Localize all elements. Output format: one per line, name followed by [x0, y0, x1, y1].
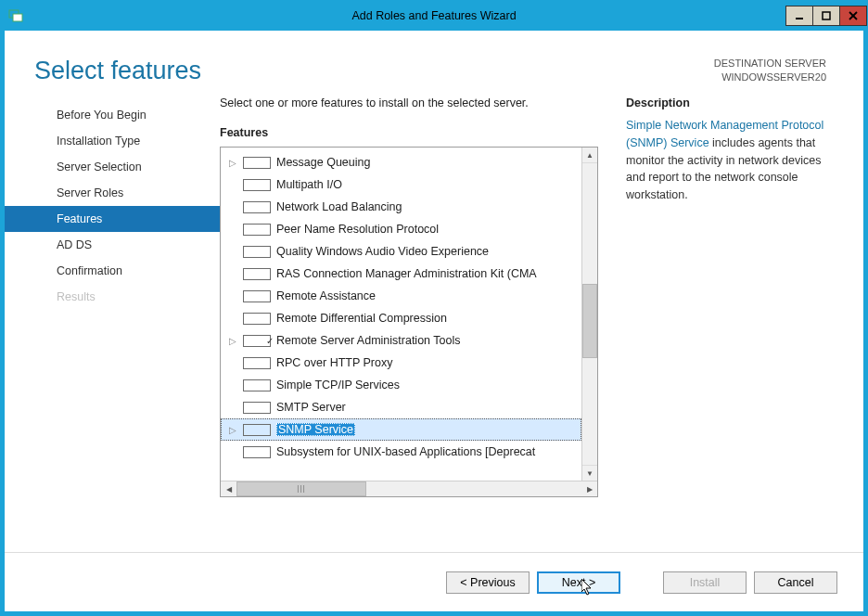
feature-checkbox[interactable]	[243, 313, 271, 325]
feature-label: Remote Differential Compression	[276, 312, 447, 325]
destination-name: WINDOWSSERVER20	[714, 71, 826, 84]
feature-checkbox[interactable]	[243, 157, 271, 169]
step-ad-ds[interactable]: AD DS	[5, 232, 220, 258]
feature-row[interactable]: ▷✓Remote Server Administration Tools	[221, 329, 581, 352]
wizard-steps: Before You Begin Installation Type Serve…	[5, 96, 220, 552]
expander-icon[interactable]: ▷	[226, 425, 239, 435]
feature-row[interactable]: ▷Message Queuing	[221, 151, 581, 173]
feature-label: Simple TCP/IP Services	[276, 379, 400, 391]
feature-checkbox[interactable]	[243, 201, 271, 213]
close-button[interactable]	[839, 6, 867, 26]
feature-label: Network Load Balancing	[276, 200, 402, 213]
scroll-track[interactable]	[582, 163, 597, 465]
expander-icon[interactable]: ▷	[226, 158, 239, 168]
feature-row[interactable]: Network Load Balancing	[221, 196, 581, 218]
description-column: Description Simple Network Management Pr…	[626, 96, 830, 552]
features-items: ▷Message QueuingMultipath I/ONetwork Loa…	[221, 148, 581, 481]
feature-label: Peer Name Resolution Protocol	[276, 223, 439, 236]
destination-server: DESTINATION SERVER WINDOWSSERVER20	[714, 57, 826, 84]
maximize-button[interactable]	[812, 6, 840, 26]
step-results: Results	[5, 284, 220, 310]
feature-row[interactable]: Remote Differential Compression	[221, 307, 581, 329]
feature-label: Subsystem for UNIX-based Applications [D…	[276, 445, 535, 458]
scroll-right-button[interactable]: ▶	[581, 481, 597, 496]
footer: < Previous Next > Install Cancel	[5, 552, 863, 611]
feature-label: SNMP Service	[276, 423, 355, 436]
feature-checkbox[interactable]: ✓	[243, 335, 271, 347]
next-button[interactable]: Next >	[537, 571, 620, 594]
feature-label: RAS Connection Manager Administration Ki…	[276, 267, 537, 280]
features-column: Select one or more features to install o…	[220, 96, 600, 552]
wizard-body: Select features DESTINATION SERVER WINDO…	[1, 31, 867, 615]
svg-rect-1	[13, 14, 22, 21]
install-button: Install	[663, 571, 747, 594]
window-title: Add Roles and Features Wizard	[351, 9, 516, 22]
window-controls	[786, 6, 867, 26]
content-area: Select one or more features to install o…	[220, 96, 830, 552]
step-confirmation[interactable]: Confirmation	[5, 258, 220, 284]
feature-row[interactable]: Peer Name Resolution Protocol	[221, 218, 581, 240]
feature-row[interactable]: Multipath I/O	[221, 173, 581, 196]
feature-checkbox[interactable]	[243, 179, 271, 191]
feature-checkbox[interactable]	[243, 446, 271, 458]
titlebar[interactable]: Add Roles and Features Wizard	[1, 1, 867, 31]
feature-label: Remote Server Administration Tools	[276, 334, 460, 347]
destination-label: DESTINATION SERVER	[714, 57, 826, 71]
feature-label: Message Queuing	[276, 156, 370, 169]
feature-label: SMTP Server	[276, 401, 346, 414]
next-button-label: Next >	[562, 576, 595, 589]
step-server-selection[interactable]: Server Selection	[5, 154, 220, 180]
scroll-thumb[interactable]	[582, 284, 597, 358]
feature-row[interactable]: Subsystem for UNIX-based Applications [D…	[221, 441, 581, 463]
vertical-scrollbar[interactable]: ▲ ▼	[581, 148, 597, 481]
wizard-window: Add Roles and Features Wizard Select fea…	[0, 0, 868, 616]
feature-row[interactable]: Simple TCP/IP Services	[221, 374, 581, 396]
step-server-roles[interactable]: Server Roles	[5, 180, 220, 206]
feature-checkbox[interactable]	[243, 379, 271, 391]
feature-row[interactable]: RPC over HTTP Proxy	[221, 352, 581, 374]
step-before-you-begin[interactable]: Before You Begin	[5, 102, 220, 128]
step-installation-type[interactable]: Installation Type	[5, 128, 220, 154]
feature-row[interactable]: Remote Assistance	[221, 285, 581, 307]
instruction-text: Select one or more features to install o…	[220, 96, 600, 109]
horizontal-scrollbar[interactable]: ◀ lll ▶	[221, 481, 597, 496]
features-list: ▷Message QueuingMultipath I/ONetwork Loa…	[220, 147, 598, 497]
feature-checkbox[interactable]	[243, 224, 271, 236]
header: Select features DESTINATION SERVER WINDO…	[5, 31, 863, 93]
scroll-down-button[interactable]: ▼	[582, 465, 597, 481]
feature-row[interactable]: RAS Connection Manager Administration Ki…	[221, 263, 581, 285]
feature-label: Quality Windows Audio Video Experience	[276, 245, 489, 258]
hscroll-track[interactable]: lll	[236, 481, 581, 496]
description-text: Simple Network Management Protocol (SNMP…	[626, 117, 830, 204]
feature-checkbox[interactable]	[243, 268, 271, 280]
expander-icon[interactable]: ▷	[226, 336, 239, 346]
scroll-left-button[interactable]: ◀	[221, 481, 236, 496]
features-label: Features	[220, 126, 600, 139]
page-title: Select features	[34, 57, 201, 85]
feature-label: Remote Assistance	[276, 289, 376, 302]
feature-checkbox[interactable]	[243, 290, 271, 302]
description-label: Description	[626, 96, 830, 109]
minimize-button[interactable]	[785, 6, 813, 26]
cancel-button[interactable]: Cancel	[754, 571, 837, 594]
feature-checkbox[interactable]	[243, 357, 271, 369]
feature-checkbox[interactable]	[243, 402, 271, 414]
feature-row[interactable]: ▷SNMP Service	[221, 418, 581, 441]
scroll-up-button[interactable]: ▲	[582, 148, 597, 163]
feature-checkbox[interactable]	[243, 424, 271, 436]
server-manager-icon	[8, 8, 23, 23]
feature-row[interactable]: Quality Windows Audio Video Experience	[221, 240, 581, 263]
feature-label: Multipath I/O	[276, 178, 342, 191]
previous-button[interactable]: < Previous	[446, 571, 530, 594]
step-features[interactable]: Features	[5, 206, 220, 232]
feature-checkbox[interactable]	[243, 246, 271, 258]
hscroll-thumb[interactable]: lll	[236, 481, 366, 496]
feature-row[interactable]: SMTP Server	[221, 396, 581, 418]
feature-label: RPC over HTTP Proxy	[276, 356, 393, 369]
main-area: Before You Begin Installation Type Serve…	[5, 93, 863, 552]
svg-rect-3	[823, 12, 830, 19]
